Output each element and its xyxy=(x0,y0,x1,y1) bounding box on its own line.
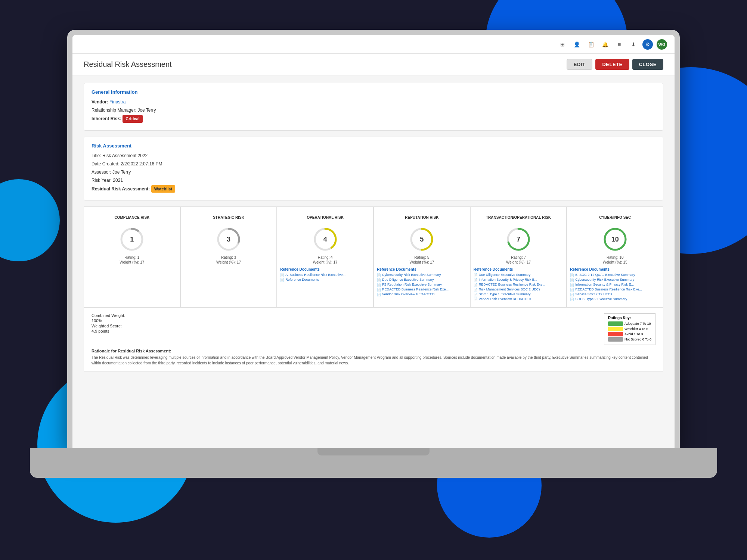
ra-assessor-row: Assessor: Joe Terry xyxy=(92,169,655,175)
risk-card-2: Operational Risk 4 Rating: 4 Weight (%):… xyxy=(277,206,374,308)
vendor-label: Vendor: xyxy=(92,99,108,105)
rationale-text: The Residual Risk was determined leverag… xyxy=(92,355,655,366)
ref-doc-item[interactable]: 📄 Reference Documents xyxy=(280,278,370,282)
combined-weight-label: Combined Weight: xyxy=(92,313,125,318)
risk-card-title: COMPLIANCE RISK xyxy=(87,212,177,223)
close-button[interactable]: CLOSE xyxy=(632,59,663,70)
grid-icon[interactable]: ⊞ xyxy=(557,39,568,50)
risk-card-4: TRANSACTION/OPERATIONAL RISK 7 Rating: 7… xyxy=(470,206,567,308)
ref-doc-item[interactable]: 📄 B. SOC 2 T2 QUAL Executive Summary xyxy=(570,273,660,277)
doc-name: REDACTED Business Resilience Risk Exe... xyxy=(382,287,449,291)
residual-badge: Watchlist xyxy=(151,185,176,193)
ref-docs-title: Reference Documents xyxy=(377,267,467,271)
ref-doc-item[interactable]: 📄 SOC 2 Type 2 Executive Summary xyxy=(570,297,660,301)
doc-name: SOC 2 Type 2 Executive Summary xyxy=(575,297,627,301)
ref-doc-item[interactable]: 📄 Due Diligence Executive Summary xyxy=(377,278,467,282)
ref-doc-item[interactable]: 📄 Service SOC 2 T2 UECs xyxy=(570,292,660,296)
residual-label: Residual Risk Assessment: xyxy=(92,186,150,192)
download-icon[interactable]: ⬇ xyxy=(628,39,639,50)
doc-name: SOC 1 Type 1 Executive Summary xyxy=(479,292,531,296)
risk-assessment-card: Risk Assessment Title: Risk Assessment 2… xyxy=(84,137,663,201)
ref-doc-item[interactable]: 📄 Cybersecurity Risk Executive Summary xyxy=(570,278,660,282)
ref-doc-item[interactable]: 📄 REDACTED Business Resilience Risk Exe.… xyxy=(570,287,660,292)
ra-residual-row: Residual Risk Assessment: Watchlist xyxy=(92,185,655,193)
settings-icon[interactable]: ⚙ xyxy=(642,39,653,50)
risk-card-5: Cyber/Info Sec 10 Rating: 10 Weight (%):… xyxy=(567,206,663,308)
ref-doc-item[interactable]: 📄 Information Security & Privacy Risk E.… xyxy=(474,278,564,282)
list-icon[interactable]: ≡ xyxy=(614,39,624,50)
rating-color-swatch xyxy=(608,321,623,326)
doc-icon: 📄 xyxy=(474,283,478,287)
ref-doc-item[interactable]: 📄 Vendor Risk Overview REDACTED xyxy=(474,297,564,301)
doc-name: REDACTED Business Resilience Risk Exe... xyxy=(479,283,545,286)
doc-name: Information Security & Privacy Risk E... xyxy=(479,278,537,281)
doc-name: Service SOC 2 T2 UECs xyxy=(575,292,612,296)
laptop-base xyxy=(30,448,717,478)
laptop-screen: ⊞ 👤 📋 🔔 ≡ ⬇ ⚙ WG Residual Risk Assessmen… xyxy=(72,35,675,448)
ratings-key-title: Ratings Key: xyxy=(608,316,651,320)
ref-doc-item[interactable]: 📄 SOC 1 Type 1 Executive Summary xyxy=(474,292,564,296)
risk-card-0: COMPLIANCE RISK 1 Rating: 1 Weight (%): … xyxy=(84,206,180,308)
rating-row: Avoid 1 To 3 xyxy=(608,332,651,336)
edit-button[interactable]: EDIT xyxy=(567,59,593,70)
risk-rating: Rating: 3 xyxy=(184,255,274,259)
doc-icon: 📄 xyxy=(280,273,284,277)
user-icon[interactable]: 👤 xyxy=(571,39,582,50)
gauge-number: 4 xyxy=(323,236,327,243)
gauge-number: 5 xyxy=(420,236,424,243)
document-icon[interactable]: 📋 xyxy=(586,39,596,50)
doc-icon: 📄 xyxy=(377,273,381,277)
risk-card-title: REPUTATION RISK xyxy=(377,212,467,223)
top-navigation: ⊞ 👤 📋 🔔 ≡ ⬇ ⚙ WG xyxy=(72,35,675,54)
vendor-value[interactable]: Finastra xyxy=(109,99,125,105)
ra-date-row: Date Created: 2/2/2022 2:07:16 PM xyxy=(92,161,655,167)
doc-name: Risk Management Services SOC 2 UECs xyxy=(479,287,540,291)
bottom-section: Combined Weight: 100% Weighted Score: 4.… xyxy=(84,308,663,371)
ref-doc-item[interactable]: 📄 Risk Management Services SOC 2 UECs xyxy=(474,287,564,292)
ref-doc-item[interactable]: 📄 A. Business Resilience Risk Executive.… xyxy=(280,273,370,277)
risk-card-title: TRANSACTION/OPERATIONAL RISK xyxy=(474,212,564,223)
doc-icon: 📄 xyxy=(377,278,381,282)
risk-card-title: Cyber/Info Sec xyxy=(570,212,660,223)
doc-icon: 📄 xyxy=(570,278,574,282)
ref-doc-item[interactable]: 📄 REDACTED Business Resilience Risk Exe.… xyxy=(377,287,467,292)
doc-icon: 📄 xyxy=(377,283,381,287)
doc-icon: 📄 xyxy=(377,293,381,296)
rating-color-swatch xyxy=(608,327,623,331)
ref-doc-item[interactable]: 📄 Cybersecurity Risk Executive Summary xyxy=(377,273,467,277)
risk-card-3: REPUTATION RISK 5 Rating: 5 Weight (%): … xyxy=(374,206,470,308)
doc-name: Cybersecurity Risk Executive Summary xyxy=(382,273,441,277)
bell-icon[interactable]: 🔔 xyxy=(600,39,610,50)
rating-label: Not Scored 0 To 0 xyxy=(624,337,651,341)
doc-name: Due Diligence Executive Summary xyxy=(479,273,531,277)
risk-gauges-row: COMPLIANCE RISK 1 Rating: 1 Weight (%): … xyxy=(84,206,663,308)
delete-button[interactable]: DELETE xyxy=(595,59,629,70)
header-button-group: EDIT DELETE CLOSE xyxy=(567,59,663,70)
rationale-title: Rationale for Residual Risk Assessment: xyxy=(92,349,655,353)
gauge-number: 1 xyxy=(130,236,134,243)
risk-rating: Rating: 7 xyxy=(474,255,564,259)
ref-doc-item[interactable]: 📄 Information Security & Privacy Risk E.… xyxy=(570,283,660,287)
rating-row: Watchlist 4 To 6 xyxy=(608,327,651,331)
doc-icon: 📄 xyxy=(570,273,574,277)
risk-assessment-title: Risk Assessment xyxy=(92,143,655,149)
doc-name: REDACTED Business Resilience Risk Exe... xyxy=(575,287,642,291)
page-title: Residual Risk Assessment xyxy=(84,60,172,69)
ref-doc-item[interactable]: 📄 FS Reputation Risk Executive Summary xyxy=(377,283,467,287)
risk-card-title: Operational Risk xyxy=(280,212,370,223)
ref-doc-item[interactable]: 📄 Due Diligence Executive Summary xyxy=(474,273,564,277)
ref-doc-item[interactable]: 📄 REDACTED Business Resilience Risk Exe.… xyxy=(474,283,564,287)
doc-name: Vendor Risk Overview REDACTED xyxy=(382,292,435,296)
rating-row: Not Scored 0 To 0 xyxy=(608,337,651,342)
gauge-container: 10 xyxy=(602,226,628,252)
user-avatar[interactable]: WG xyxy=(657,39,667,50)
rationale-section: Rationale for Residual Risk Assessment: … xyxy=(92,349,655,366)
doc-icon: 📄 xyxy=(280,278,284,282)
gauge-container: 3 xyxy=(216,226,242,252)
risk-weight: Weight (%): 17 xyxy=(87,260,177,264)
gauge-number: 7 xyxy=(517,236,520,243)
doc-name: Due Diligence Executive Summary xyxy=(382,278,434,281)
page-header: Residual Risk Assessment EDIT DELETE CLO… xyxy=(72,54,675,75)
doc-icon: 📄 xyxy=(474,293,478,296)
ref-doc-item[interactable]: 📄 Vendor Risk Overview REDACTED xyxy=(377,292,467,296)
